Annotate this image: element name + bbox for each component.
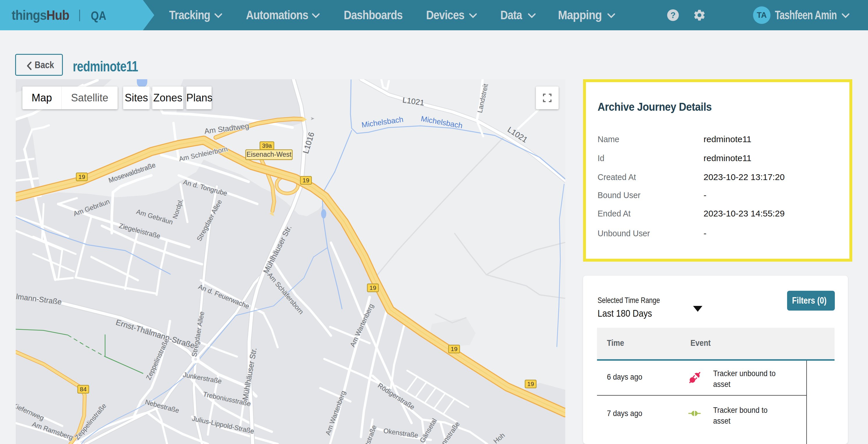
svg-text:19: 19 xyxy=(78,173,85,180)
svg-text:19: 19 xyxy=(451,346,457,352)
svg-text:19: 19 xyxy=(303,177,309,183)
svg-text:Eisenach-West: Eisenach-West xyxy=(247,151,292,158)
svg-text:39a: 39a xyxy=(262,143,272,149)
svg-text:19: 19 xyxy=(369,284,376,291)
svg-text:19: 19 xyxy=(527,381,534,387)
svg-text:84: 84 xyxy=(80,386,87,392)
